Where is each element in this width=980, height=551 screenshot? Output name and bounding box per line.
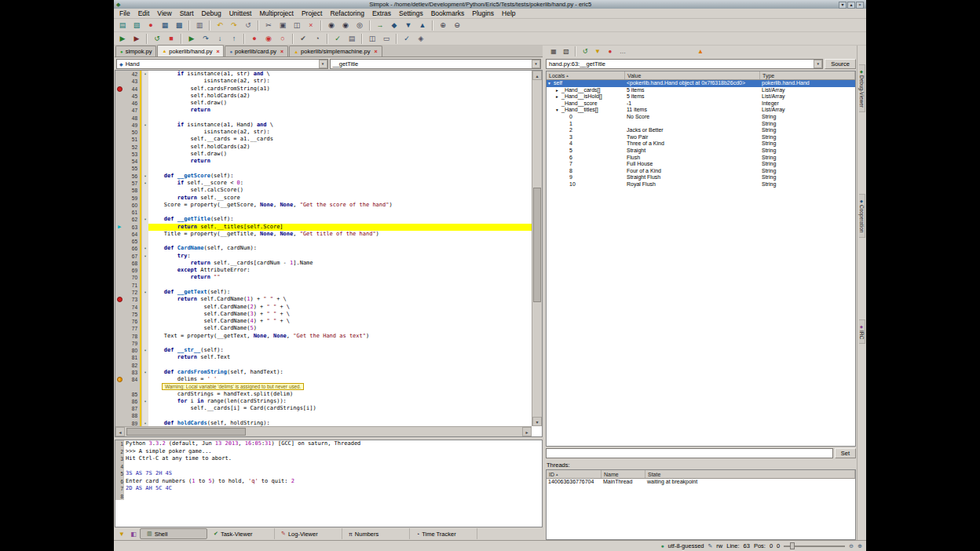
code-line[interactable]: 67▾ try: xyxy=(115,253,532,260)
code-line[interactable]: 73 return self.CardName(1) + " " + \ xyxy=(115,296,532,303)
fold-margin[interactable]: ▾ xyxy=(142,347,148,354)
close-tab-icon[interactable]: × xyxy=(280,49,283,54)
code-text[interactable]: except AttributeError: xyxy=(148,267,532,274)
expand-icon[interactable]: ▸ xyxy=(556,93,561,100)
locals-row[interactable]: 4Three of a KindString xyxy=(547,140,855,148)
code-text[interactable]: self.CardName(5) xyxy=(148,325,532,332)
fold-margin[interactable] xyxy=(142,405,148,412)
code-line[interactable]: 52 self.holdCards(a2) xyxy=(115,144,532,151)
code-text[interactable]: self.CardName(4) + " " + \ xyxy=(148,318,532,325)
fold-margin[interactable] xyxy=(142,391,148,398)
fold-margin[interactable] xyxy=(142,376,148,383)
code-text[interactable]: def CardName(self, cardNum): xyxy=(148,245,532,252)
fold-margin[interactable] xyxy=(142,93,148,100)
breakpoint-margin[interactable] xyxy=(115,325,124,332)
code-line[interactable]: 59 return self.__score xyxy=(115,195,532,202)
code-line[interactable]: 48 xyxy=(115,115,532,122)
editor-tab-pokerlib-card-py[interactable]: ●pokerlib/card.py× xyxy=(225,46,288,57)
fold-margin[interactable] xyxy=(142,231,148,238)
breakpoint-margin[interactable] xyxy=(115,173,124,180)
locals-row[interactable]: 8Four of a KindString xyxy=(547,168,855,175)
locals-row[interactable]: 10Royal FlushString xyxy=(547,181,855,188)
search-icon[interactable]: ◉ xyxy=(325,20,338,31)
breakpoint-margin[interactable] xyxy=(115,245,124,252)
bottom-tab-log-viewer[interactable]: ✎Log-Viewer xyxy=(275,528,342,539)
restart-icon[interactable]: ↺ xyxy=(151,33,163,45)
revert-icon[interactable]: ↺ xyxy=(242,20,254,31)
fold-margin[interactable] xyxy=(142,340,148,347)
thread-row[interactable]: 140063636776704MainThreadwaiting at brea… xyxy=(547,479,855,486)
breakpoint-margin[interactable] xyxy=(115,282,124,289)
breakpoint-margin[interactable] xyxy=(115,151,124,158)
code-line[interactable]: 53 self.draw() xyxy=(115,151,532,158)
menu-edit[interactable]: Edit xyxy=(134,9,154,19)
fold-margin[interactable] xyxy=(142,195,148,202)
search-next-icon[interactable]: ◉ xyxy=(339,20,352,31)
fold-margin[interactable] xyxy=(142,202,148,209)
filter-icon[interactable]: ▼ xyxy=(592,46,603,57)
shell-line[interactable]: 8 xyxy=(115,493,542,501)
maximize-window-button[interactable]: ▴ xyxy=(847,2,855,9)
class-combo[interactable]: ◆ Hand ▾ xyxy=(116,59,328,69)
fold-margin[interactable]: ▾ xyxy=(142,253,148,260)
fold-margin[interactable] xyxy=(142,151,148,158)
menu-view[interactable]: View xyxy=(153,9,175,19)
code-text[interactable]: return self.__titles[self.Score] xyxy=(148,224,532,231)
breakpoint-margin[interactable] xyxy=(115,78,124,85)
locals-row[interactable]: 1String xyxy=(547,121,855,128)
zoom-in-icon[interactable]: ⊕ xyxy=(437,20,449,31)
breakpoint-margin[interactable] xyxy=(115,289,124,296)
breakpoint-margin[interactable] xyxy=(115,158,124,165)
locals-row[interactable]: 7Full HouseString xyxy=(547,161,855,168)
scrollbar-track[interactable] xyxy=(125,427,522,436)
profile-icon[interactable]: ◔ xyxy=(311,33,324,45)
fold-margin[interactable]: ▾ xyxy=(142,369,148,376)
step-into-icon[interactable]: ↓ xyxy=(214,33,226,45)
fold-margin[interactable] xyxy=(142,296,148,303)
fold-margin[interactable] xyxy=(142,318,148,325)
code-line[interactable]: 74 self.CardName(2) + " " + \ xyxy=(115,304,532,311)
fold-margin[interactable] xyxy=(142,362,148,369)
code-line[interactable]: 62▾ def __getTitle(self): xyxy=(115,216,532,223)
shell-panel[interactable]: 1Python 3.3.2 (default, Jun 13 2013, 16:… xyxy=(115,440,543,527)
code-line[interactable]: 57▾ if self.__score < 0: xyxy=(115,180,532,187)
code-line[interactable]: 86▾ for i in range(len(cardStrings)): xyxy=(115,398,532,405)
shell-line[interactable]: 53S AS 7S 2H 4S xyxy=(115,470,542,478)
code-text[interactable]: Score = property(__getScore, None, None,… xyxy=(148,202,532,209)
breakpoint-margin[interactable] xyxy=(115,100,124,107)
filter-icon[interactable]: ▼ xyxy=(116,529,127,539)
fold-margin[interactable]: ▾ xyxy=(142,216,148,223)
bottom-tab-task-viewer[interactable]: ✔Task-Viewer xyxy=(207,528,275,539)
zoom-out-icon[interactable]: ⊖ xyxy=(849,543,854,549)
breakpoint-margin[interactable] xyxy=(115,122,124,129)
menu-bookmarks[interactable]: Bookmarks xyxy=(427,9,469,19)
code-text[interactable]: try: xyxy=(148,253,532,260)
breakpoint-icon[interactable] xyxy=(117,297,122,302)
shell-line[interactable]: 3Hit Ctrl-C at any time to abort. xyxy=(115,455,542,463)
breakpoint-next-icon[interactable]: ◉ xyxy=(262,33,275,45)
code-line[interactable]: 54 return xyxy=(115,158,532,165)
code-text[interactable] xyxy=(148,238,532,245)
code-line[interactable]: 81 return self.Text xyxy=(115,354,532,361)
fold-margin[interactable] xyxy=(142,136,148,143)
scroll-left-icon[interactable]: ◂ xyxy=(115,427,125,436)
column-header-name[interactable]: Name xyxy=(602,470,645,478)
fold-margin[interactable]: ▾ xyxy=(142,245,148,252)
unittest-icon[interactable]: ✔ xyxy=(297,33,309,45)
source-button[interactable]: Source xyxy=(825,59,856,69)
code-text[interactable]: self.holdCards(a2) xyxy=(148,144,532,151)
fold-margin[interactable] xyxy=(142,325,148,332)
code-text[interactable]: return "" xyxy=(148,274,532,281)
shell-line[interactable]: 72D AS AH 5C 4C xyxy=(115,485,542,493)
shell-line[interactable]: 1Python 3.3.2 (default, Jun 13 2013, 16:… xyxy=(115,440,542,448)
column-header-state[interactable]: State xyxy=(645,470,855,478)
code-line[interactable]: 64 Title = property(__getTitle, None, No… xyxy=(115,231,532,238)
continue-icon[interactable]: ▶ xyxy=(185,33,198,45)
code-text[interactable]: self.draw() xyxy=(148,100,532,107)
code-text[interactable]: def cardsFromString(self, handText): xyxy=(148,369,532,376)
locals-row[interactable]: _Hand__score-1Integer xyxy=(547,100,855,108)
goto-line-icon[interactable]: → xyxy=(374,20,386,31)
run-project-icon[interactable]: ▶ xyxy=(116,33,129,45)
encoding-icon[interactable]: ● xyxy=(660,543,664,549)
code-line[interactable]: 87 self.__cards[i] = Card(cardStrings[i]… xyxy=(115,405,532,412)
